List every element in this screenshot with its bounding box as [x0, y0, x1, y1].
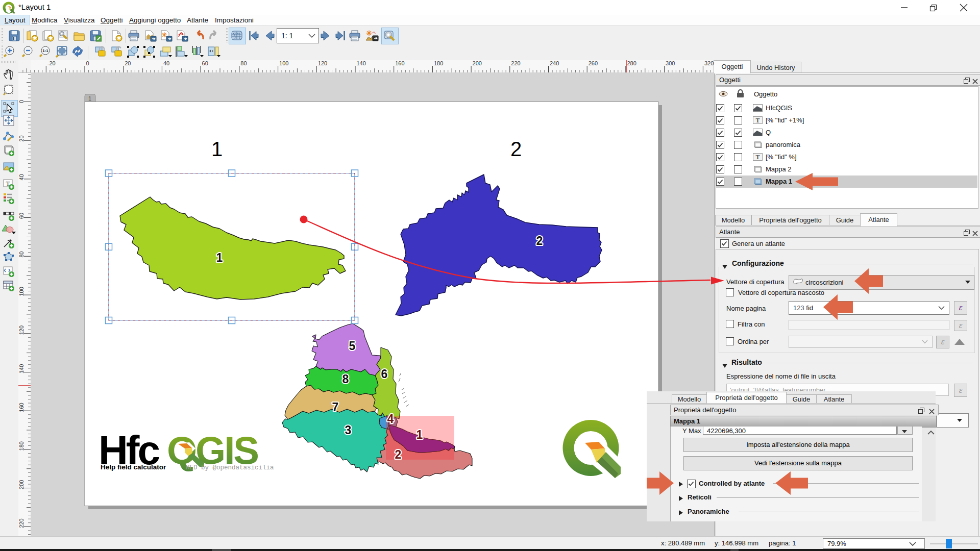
- svg-text:6: 6: [381, 367, 388, 381]
- svg-text:T: T: [755, 154, 760, 161]
- svg-text:200: 200: [18, 480, 24, 489]
- svg-text:2: 2: [510, 138, 522, 160]
- svg-text:✱: ✱: [116, 35, 121, 41]
- svg-text:80: 80: [18, 252, 24, 258]
- svg-text:✳: ✳: [366, 29, 372, 37]
- svg-text:0: 0: [18, 100, 24, 103]
- svg-text:T: T: [755, 117, 760, 124]
- svg-text:2: 2: [536, 234, 543, 247]
- svg-text:240: 240: [550, 60, 559, 66]
- svg-text:-20: -20: [47, 60, 56, 66]
- svg-text:120: 120: [318, 60, 327, 66]
- svg-text:4: 4: [387, 412, 394, 425]
- svg-text:220: 220: [511, 60, 520, 66]
- svg-text:60: 60: [202, 60, 208, 66]
- svg-text:40: 40: [18, 174, 24, 180]
- svg-text:260: 260: [589, 60, 598, 66]
- svg-text:100: 100: [18, 287, 24, 296]
- svg-text:160: 160: [18, 403, 24, 412]
- svg-text:7: 7: [332, 400, 339, 414]
- svg-text:140: 140: [357, 60, 366, 66]
- svg-text:160: 160: [395, 60, 404, 66]
- svg-text:220: 220: [18, 518, 24, 528]
- svg-text:300: 300: [666, 60, 675, 66]
- svg-text:120: 120: [18, 325, 24, 335]
- svg-text:180: 180: [18, 441, 24, 450]
- svg-text:2: 2: [395, 448, 402, 461]
- svg-text:1: 1: [416, 428, 423, 441]
- svg-text:140: 140: [18, 364, 24, 373]
- svg-text:60: 60: [18, 213, 24, 219]
- svg-text:1:1: 1:1: [42, 48, 48, 53]
- svg-text:1: 1: [88, 95, 91, 102]
- svg-text:1: 1: [216, 251, 223, 264]
- svg-text:0: 0: [86, 60, 89, 66]
- svg-text:✱: ✱: [48, 35, 53, 41]
- svg-text:280: 280: [627, 60, 636, 66]
- svg-text:20: 20: [18, 135, 24, 141]
- svg-text:✱: ✱: [32, 35, 37, 41]
- svg-text:3: 3: [345, 423, 352, 437]
- svg-text:20: 20: [125, 60, 131, 66]
- svg-text:Help field calculator: Help field calculator: [101, 463, 166, 471]
- svg-text:RED by @opendatasicilia: RED by @opendatasicilia: [186, 464, 274, 471]
- svg-text:8: 8: [342, 372, 349, 386]
- svg-text:40: 40: [163, 60, 169, 66]
- svg-text:100: 100: [279, 60, 288, 66]
- svg-text:80: 80: [240, 60, 247, 66]
- svg-text:1: 1: [211, 138, 223, 160]
- svg-text:5: 5: [349, 339, 356, 353]
- svg-text:180: 180: [434, 60, 443, 66]
- svg-text:320: 320: [704, 60, 714, 66]
- svg-text:200: 200: [473, 60, 482, 66]
